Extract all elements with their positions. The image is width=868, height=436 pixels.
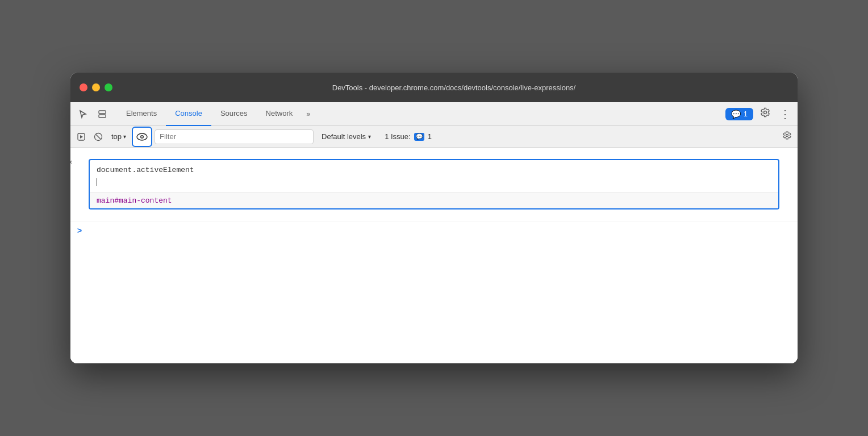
clear-icon [94,132,103,141]
svg-line-5 [96,135,101,139]
live-expression-button[interactable] [132,127,152,147]
settings-gear-icon[interactable] [758,105,773,123]
minimize-button[interactable] [92,83,100,91]
close-button[interactable] [80,83,87,91]
context-selector[interactable]: top ▾ [108,131,130,142]
svg-rect-1 [99,115,106,118]
tabbar-right: 💬 1 ⋮ [725,105,793,123]
console-toolbar: top ▾ Default levels ▾ 1 Issue: 💬 1 [70,126,798,148]
console-settings-gear-icon[interactable] [780,128,794,145]
window-title: DevTools - developer.chrome.com/docs/dev… [119,83,788,92]
tab-console[interactable]: Console [166,102,211,126]
eye-icon [136,133,148,141]
cursor-icon [78,110,87,119]
tab-more[interactable]: » [302,102,315,126]
chat-icon: 💬 [731,110,741,119]
tab-elements[interactable]: Elements [117,102,166,126]
maximize-button[interactable] [105,83,112,91]
tab-network[interactable]: Network [257,102,302,126]
prompt-chevron-icon: > [77,226,82,235]
svg-point-8 [141,136,143,137]
live-expression-result: main#main-content [90,192,778,208]
console-content: × document.activeElement main#main-conte… [70,148,798,363]
execute-script-button[interactable] [74,129,89,144]
devtools-window: DevTools - developer.chrome.com/docs/dev… [70,73,798,363]
traffic-lights [80,83,112,91]
cursor-icon-btn[interactable] [75,106,91,122]
devtools-body: Elements Console Sources Network » 💬 1 [70,102,798,363]
filter-input[interactable] [155,129,314,144]
execute-icon [77,133,85,141]
svg-rect-0 [99,111,106,114]
levels-dropdown-arrow-icon: ▾ [368,133,371,140]
more-options-icon[interactable]: ⋮ [777,105,793,123]
issues-counter-button[interactable]: 1 Issue: 💬 1 [379,131,437,142]
tabbar: Elements Console Sources Network » 💬 1 [70,102,798,126]
issues-chat-icon: 💬 [414,133,424,141]
live-expression-close-button[interactable]: × [70,158,73,166]
tab-sources[interactable]: Sources [211,102,257,126]
layers-icon [98,110,107,119]
issue-badge[interactable]: 💬 1 [725,108,753,120]
live-expression-box[interactable]: document.activeElement main#main-content [89,159,779,209]
live-expression-code: document.activeElement [97,165,771,188]
dropdown-arrow-icon: ▾ [123,133,126,140]
tabbar-icons [75,106,110,122]
clear-console-button[interactable] [91,129,106,144]
layers-icon-btn[interactable] [94,106,110,122]
cursor-blink [97,178,97,186]
console-prompt-row: > [70,221,798,240]
console-prompt-input[interactable] [85,226,791,234]
log-levels-button[interactable]: Default levels ▾ [316,131,377,142]
live-expression-wrapper: × document.activeElement main#main-conte… [82,153,786,215]
svg-marker-3 [80,135,83,139]
titlebar: DevTools - developer.chrome.com/docs/dev… [70,73,798,102]
